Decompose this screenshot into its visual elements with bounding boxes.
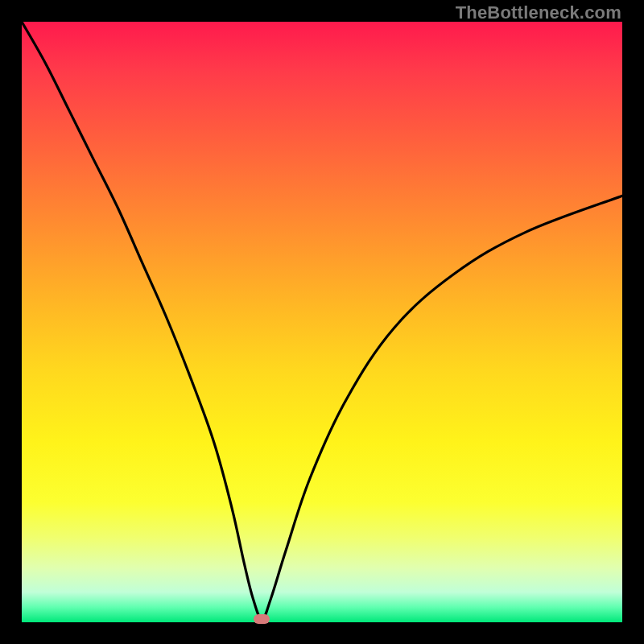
bottleneck-curve	[22, 22, 622, 622]
minimum-marker	[254, 614, 270, 624]
watermark-text: TheBottleneck.com	[456, 2, 621, 23]
chart-frame: TheBottleneck.com	[0, 0, 644, 644]
plot-area	[22, 22, 622, 622]
